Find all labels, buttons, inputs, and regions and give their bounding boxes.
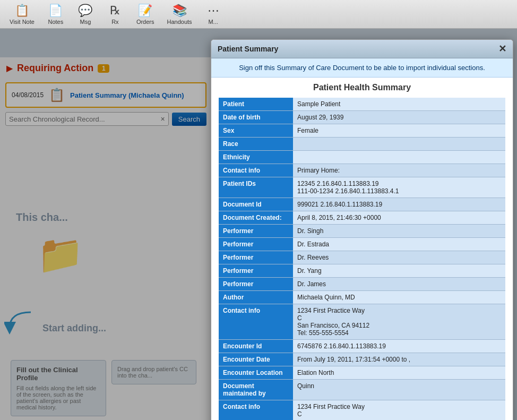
orders-icon: 📝 bbox=[138, 4, 152, 18]
row-value: From July 19, 2011, 17:31:54 +0000 to , bbox=[293, 353, 505, 366]
row-value: 999021 2.16.840.1.113883.19 bbox=[293, 198, 505, 211]
row-label: Contact info bbox=[219, 164, 293, 177]
modal-titlebar: Patient Summary ✕ bbox=[211, 40, 513, 58]
modal-body: Patient Health Summary PatientSample Pat… bbox=[211, 78, 513, 420]
row-label: Performer bbox=[219, 225, 293, 238]
table-row: Patient IDs12345 2.16.840.1.113883.19111… bbox=[219, 177, 505, 198]
visit-note-icon: 📋 bbox=[15, 4, 29, 18]
row-value: August 29, 1939 bbox=[293, 111, 505, 124]
table-row: Document maintained byQuinn bbox=[219, 380, 505, 400]
row-value: Elation North bbox=[293, 366, 505, 380]
row-value bbox=[293, 138, 505, 151]
modal-section-title: Patient Health Summary bbox=[219, 83, 505, 92]
table-row: SexFemale bbox=[219, 124, 505, 138]
table-row: PerformerDr. James bbox=[219, 278, 505, 291]
row-label: Contact info bbox=[219, 304, 293, 340]
table-row: Contact infoPrimary Home: bbox=[219, 164, 505, 177]
main-content: ▶ Requiring Action 1 04/08/2015 📋 Patien… bbox=[0, 29, 517, 420]
toolbar-rx[interactable]: ℞ Rx bbox=[101, 2, 129, 27]
close-icon[interactable]: ✕ bbox=[498, 44, 506, 54]
orders-label: Orders bbox=[136, 19, 154, 25]
table-row: Contact info1234 First Practice WayC bbox=[219, 400, 505, 421]
table-row: Encounter DateFrom July 19, 2011, 17:31:… bbox=[219, 353, 505, 366]
toolbar: 📋 Visit Note 📄 Notes 💬 Msg ℞ Rx 📝 Orders… bbox=[0, 0, 517, 29]
table-row: PerformerDr. Yang bbox=[219, 264, 505, 278]
patient-summary-modal: Patient Summary ✕ Sign off this Summary … bbox=[211, 39, 513, 420]
msg-label: Msg bbox=[80, 19, 91, 25]
row-label: Patient IDs bbox=[219, 177, 293, 198]
row-label: Encounter Location bbox=[219, 366, 293, 380]
row-value: Quinn bbox=[293, 380, 505, 400]
row-label: Performer bbox=[219, 264, 293, 278]
row-value: 6745876 2.16.840.1.113883.19 bbox=[293, 340, 505, 353]
row-value: Dr. James bbox=[293, 278, 505, 291]
row-label: Document Created: bbox=[219, 211, 293, 225]
table-row: Contact info1234 First Practice WayCSan … bbox=[219, 304, 505, 340]
row-label: Encounter Date bbox=[219, 353, 293, 366]
row-label: Encounter Id bbox=[219, 340, 293, 353]
toolbar-handouts[interactable]: 📚 Handouts bbox=[162, 2, 197, 27]
row-value: 1234 First Practice WayC bbox=[293, 400, 505, 421]
row-value: Sample Patient bbox=[293, 98, 505, 111]
handouts-icon: 📚 bbox=[173, 4, 187, 18]
row-label: Author bbox=[219, 291, 293, 304]
row-value: Michaela Quinn, MD bbox=[293, 291, 505, 304]
visit-note-label: Visit Note bbox=[10, 19, 35, 25]
row-label: Sex bbox=[219, 124, 293, 138]
row-value: 1234 First Practice WayCSan Francisco, C… bbox=[293, 304, 505, 340]
notes-label: Notes bbox=[48, 19, 64, 25]
table-row: Race bbox=[219, 138, 505, 151]
rx-label: Rx bbox=[111, 19, 118, 25]
table-row: Date of birthAugust 29, 1939 bbox=[219, 111, 505, 124]
handouts-label: Handouts bbox=[167, 19, 192, 25]
table-row: PatientSample Patient bbox=[219, 98, 505, 111]
row-value: Primary Home: bbox=[293, 164, 505, 177]
row-value: Dr. Reeves bbox=[293, 251, 505, 264]
more-icon: ⋯ bbox=[208, 4, 219, 18]
toolbar-msg[interactable]: 💬 Msg bbox=[72, 2, 99, 27]
table-row: Encounter Id6745876 2.16.840.1.113883.19 bbox=[219, 340, 505, 353]
table-row: PerformerDr. Reeves bbox=[219, 251, 505, 264]
row-value: Female bbox=[293, 124, 505, 138]
row-label: Ethnicity bbox=[219, 151, 293, 164]
table-row: Ethnicity bbox=[219, 151, 505, 164]
row-label: Document Id bbox=[219, 198, 293, 211]
row-label: Performer bbox=[219, 278, 293, 291]
row-value: Dr. Yang bbox=[293, 264, 505, 278]
table-row: PerformerDr. Estrada bbox=[219, 238, 505, 251]
table-row: Document Id999021 2.16.840.1.113883.19 bbox=[219, 198, 505, 211]
row-label: Performer bbox=[219, 238, 293, 251]
row-label: Date of birth bbox=[219, 111, 293, 124]
row-value: Dr. Estrada bbox=[293, 238, 505, 251]
row-label: Performer bbox=[219, 251, 293, 264]
row-label: Patient bbox=[219, 98, 293, 111]
row-value: April 8, 2015, 21:46:30 +0000 bbox=[293, 211, 505, 225]
msg-icon: 💬 bbox=[78, 4, 92, 18]
summary-table: PatientSample PatientDate of birthAugust… bbox=[219, 98, 505, 420]
table-row: PerformerDr. Singh bbox=[219, 225, 505, 238]
modal-title: Patient Summary bbox=[218, 45, 278, 53]
row-value bbox=[293, 151, 505, 164]
table-row: Encounter LocationElation North bbox=[219, 366, 505, 380]
table-row: AuthorMichaela Quinn, MD bbox=[219, 291, 505, 304]
modal-notice: Sign off this Summary of Care Document t… bbox=[211, 58, 513, 78]
row-value: 12345 2.16.840.1.113883.19111-00-1234 2.… bbox=[293, 177, 505, 198]
row-label: Race bbox=[219, 138, 293, 151]
more-label: M... bbox=[208, 19, 218, 25]
row-label: Contact info bbox=[219, 400, 293, 421]
toolbar-notes[interactable]: 📄 Notes bbox=[42, 2, 70, 27]
notes-icon: 📄 bbox=[48, 4, 63, 18]
toolbar-orders[interactable]: 📝 Orders bbox=[131, 2, 160, 27]
toolbar-visit-note[interactable]: 📋 Visit Note bbox=[4, 2, 40, 27]
toolbar-more[interactable]: ⋯ M... bbox=[200, 2, 227, 27]
rx-icon: ℞ bbox=[110, 4, 120, 18]
row-label: Document maintained by bbox=[219, 380, 293, 400]
row-value: Dr. Singh bbox=[293, 225, 505, 238]
table-row: Document Created:April 8, 2015, 21:46:30… bbox=[219, 211, 505, 225]
